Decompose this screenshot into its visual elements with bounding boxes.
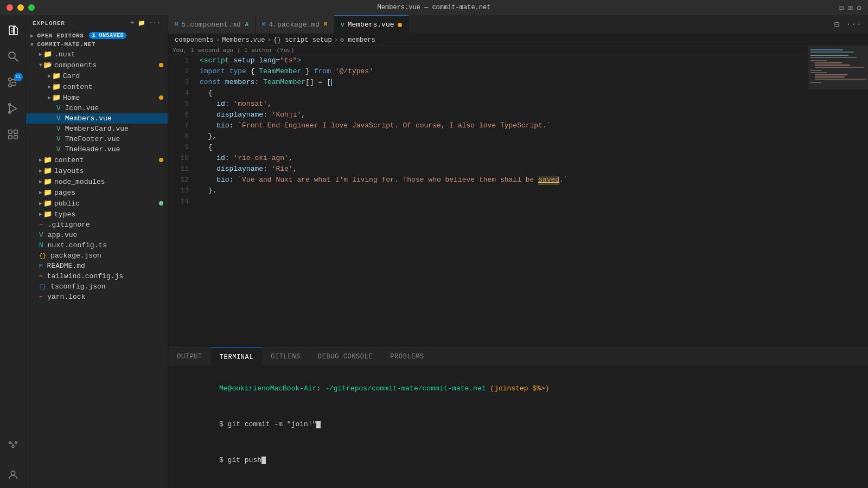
nuxt-icon: N <box>39 241 43 249</box>
more-icon[interactable]: ··· <box>149 20 161 27</box>
tree-item-content-inner[interactable]: ▶ 📁 content <box>26 81 168 92</box>
layout-icon[interactable]: ⊟ <box>839 3 844 12</box>
tab-label: Members.vue <box>348 21 394 29</box>
remote-activity-icon[interactable] <box>0 432 26 458</box>
tree-item-nuxt[interactable]: ▶ 📁 .nuxt <box>26 49 168 60</box>
minimize-button[interactable] <box>17 4 24 11</box>
tree-item-members-vue[interactable]: V Members.vue <box>26 113 168 124</box>
split-icon[interactable]: ⊞ <box>848 3 852 12</box>
tab-debug-console[interactable]: Debug Console <box>309 348 381 366</box>
code-line-7: displayname: 'Kohji', <box>200 110 804 120</box>
tab-terminal[interactable]: Terminal <box>211 348 262 366</box>
svg-point-19 <box>11 471 15 475</box>
tree-item-card[interactable]: ▶ 📁 Card <box>26 70 168 81</box>
svg-point-14 <box>12 446 14 448</box>
folder-chevron-icon: ▶ <box>39 211 42 217</box>
breadcrumb-members-vue[interactable]: Members.vue <box>222 36 265 44</box>
folder-icon: 📁 <box>43 188 52 197</box>
activity-bar: 11 <box>0 15 26 488</box>
tree-item-content-outer[interactable]: ▶ 📁 content <box>26 155 168 165</box>
tree-item-package-json[interactable]: {} package.json <box>26 251 168 261</box>
terminal-content[interactable]: Me@ookirienoMacBook-Air: ~/gitrepos/comm… <box>168 367 868 488</box>
tab-problems[interactable]: Problems <box>381 348 432 366</box>
tab-toolbar[interactable]: ⊟ ··· <box>832 15 868 34</box>
tab-4-package-md[interactable]: M 4.package.md M <box>256 15 334 34</box>
split-editor-icon[interactable]: ⊟ <box>832 17 842 32</box>
open-editors-section[interactable]: ▶ Open Editors 1 Unsaved <box>26 31 168 40</box>
vue-icon: V <box>56 135 61 143</box>
extensions-activity-icon[interactable] <box>0 121 26 147</box>
search-activity-icon[interactable] <box>0 43 26 69</box>
item-label: Home <box>63 94 80 102</box>
folder-icon: 📁 <box>52 72 61 80</box>
code-editor[interactable]: 12345 678910 11121314 <script setup lang… <box>168 55 808 347</box>
item-label: public <box>54 200 80 208</box>
breadcrumb-sep1: › <box>216 36 220 44</box>
item-label: MembersCard.vue <box>65 125 129 133</box>
item-label: Icon.vue <box>65 104 99 112</box>
tree-item-pages[interactable]: ▶ 📁 pages <box>26 187 168 198</box>
tree-item-theheader-vue[interactable]: V TheHeader.vue <box>26 144 168 155</box>
terminal-colon: : <box>316 384 325 393</box>
code-text[interactable]: <script setup lang="ts"> import type { T… <box>195 55 808 347</box>
close-button[interactable] <box>7 4 13 11</box>
folder-icon: 📁 <box>52 93 61 102</box>
folder-chevron-icon: ▶ <box>39 157 42 163</box>
folder-chevron-icon: ▶ <box>39 51 42 57</box>
terminal-line-2: $ git push <box>177 442 859 478</box>
tab-gitlens[interactable]: GitLens <box>262 348 309 366</box>
maximize-button[interactable] <box>28 4 35 11</box>
open-editors-label: Open Editors <box>37 33 84 39</box>
window-controls[interactable] <box>7 4 35 11</box>
project-label: Commit-mate.net <box>37 41 95 48</box>
tabs-bar: M 5.component.md A M 4.package.md M V Me… <box>168 15 868 34</box>
tree-item-thefooter-vue[interactable]: V TheFooter.vue <box>26 134 168 144</box>
tree-item-app-vue[interactable]: V app.vue <box>26 230 168 240</box>
more-actions-icon[interactable]: ··· <box>844 17 864 31</box>
code-line-4: const members: TeamMember[] = [ <box>200 77 804 88</box>
tree-item-components[interactable]: ▼ 📂 components <box>26 60 168 70</box>
tree-item-layouts[interactable]: ▶ 📁 layouts <box>26 165 168 176</box>
tree-item-home[interactable]: ▶ 📁 Home <box>26 92 168 103</box>
tab-members-vue[interactable]: V Members.vue <box>334 15 409 34</box>
tree-item-nuxt-config[interactable]: N nuxt.config.ts <box>26 240 168 251</box>
tab-5-component-md[interactable]: M 5.component.md A <box>168 15 256 34</box>
tree-item-node-modules[interactable]: ▶ 📁 node_modules <box>26 176 168 187</box>
item-label: TheFooter.vue <box>65 135 120 143</box>
folder-chevron-icon: ▶ <box>39 178 42 185</box>
breadcrumb-script-setup[interactable]: {} script setup <box>273 36 332 44</box>
blame-text: You, 1 second ago | 1 author (You) <box>173 47 294 54</box>
vue-icon: V <box>56 145 61 153</box>
tree-item-gitignore[interactable]: ~ .gitignore <box>26 220 168 230</box>
item-label: pages <box>54 189 75 197</box>
tree-item-memberscard-vue[interactable]: V MembersCard.vue <box>26 124 168 134</box>
run-activity-icon[interactable] <box>0 95 26 121</box>
files-activity-icon[interactable] <box>0 17 26 43</box>
settings-icon[interactable]: ⚙ <box>857 3 861 12</box>
tree-item-tsconfig[interactable]: {} tsconfig.json <box>26 281 168 292</box>
tree-item-yarn-lock[interactable]: ~ yarn.lock <box>26 292 168 302</box>
cursor-2 <box>261 457 266 464</box>
new-file-icon[interactable]: + <box>130 20 134 27</box>
sidebar-header-icons[interactable]: + 📁 ··· <box>130 20 161 27</box>
tree-item-readme-md[interactable]: M README.md <box>26 261 168 271</box>
code-line-14: }. <box>200 185 804 196</box>
tree-item-types[interactable]: ▶ 📁 types <box>26 209 168 220</box>
account-activity-icon[interactable] <box>0 462 26 488</box>
breadcrumb-members[interactable]: ◇ members <box>340 36 375 44</box>
md-tab-icon: M <box>175 21 178 28</box>
tree-item-icon-vue[interactable]: V Icon.vue <box>26 103 168 113</box>
sidebar-title: Explorer <box>33 20 65 27</box>
source-control-activity-icon[interactable]: 11 <box>0 69 26 95</box>
new-folder-icon[interactable]: 📁 <box>138 20 146 27</box>
tab-output[interactable]: Output <box>168 348 211 366</box>
item-label: Members.vue <box>65 114 112 123</box>
project-section[interactable]: ▼ Commit-mate.net <box>26 40 168 49</box>
titlebar-actions[interactable]: ⊟ ⊞ ⚙ <box>839 3 861 12</box>
terminal-cmd-1: $ git commit -m "join!" <box>219 420 316 428</box>
breadcrumb-components[interactable]: components <box>175 36 214 44</box>
tree-item-tailwind[interactable]: ~ tailwind.config.js <box>26 271 168 281</box>
panel: Output Terminal GitLens Debug Console Pr… <box>168 347 868 488</box>
item-label: app.vue <box>48 231 78 239</box>
tree-item-public[interactable]: ▶ 📁 public <box>26 198 168 209</box>
